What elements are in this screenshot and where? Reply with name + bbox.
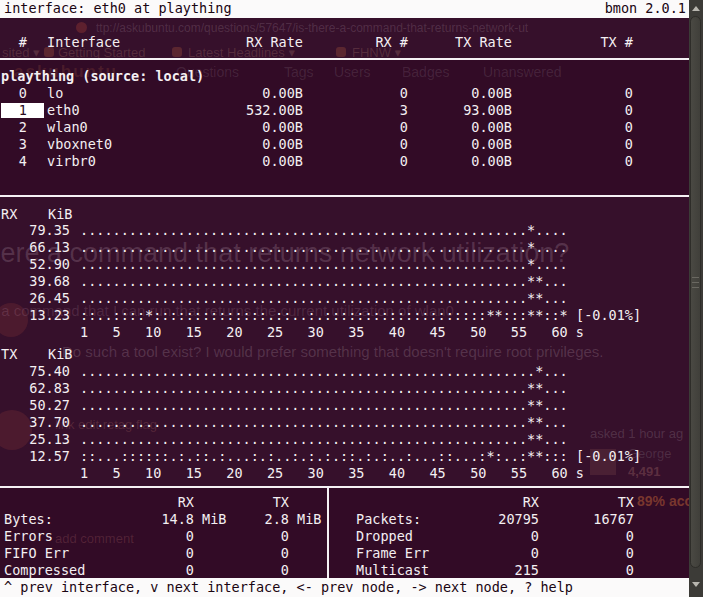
- scrollbar-down-arrow-icon[interactable]: [692, 582, 700, 587]
- bmon-terminal: ttp://askubuntu.com/questions/57647/is-t…: [0, 0, 703, 597]
- rx-ytick: 66.13: [0, 239, 70, 256]
- bleed-nav-unanswered: Unanswered: [483, 64, 562, 80]
- tx-graph-line: ........................................…: [80, 363, 568, 380]
- rx-graph-header: RX KiB: [0, 206, 689, 223]
- terminal-scrollbar[interactable]: [689, 0, 703, 597]
- tx-graph-row: 75.40...................................…: [0, 363, 689, 380]
- interface-row-lo: 0 lo 0.00B 0 0.00B 0: [0, 85, 689, 102]
- tx-ytick: 50.27: [0, 397, 70, 414]
- stats-header-row: RX TX RX TX: [0, 494, 689, 511]
- tx-graph-row: 62.83...................................…: [0, 380, 689, 397]
- interface-tx-num: 0: [0, 102, 633, 119]
- rx-ytick: 79.35: [0, 222, 70, 239]
- tx-direction-label: TX: [1, 346, 17, 363]
- separator-line: [0, 58, 689, 60]
- status-bar-help-text: ^ prev interface, v next interface, <- p…: [4, 579, 573, 596]
- tx-graph-line: ........................................…: [80, 414, 568, 431]
- rx-graph-line: ........................................…: [80, 239, 568, 256]
- stats-right-tx-header: TX: [0, 494, 634, 511]
- title-bar: interface: eth0 at plaything bmon 2.0.1: [0, 0, 689, 18]
- separator-line: [0, 195, 689, 197]
- rx-x-axis: 1 5 10 15 20 25 30 35 40 45 50 55 60 s: [80, 324, 584, 341]
- tx-ytick: 12.57: [0, 448, 70, 465]
- rx-ytick: 26.45: [0, 290, 70, 307]
- stat-tx-value: 0: [0, 528, 634, 545]
- tx-graph-row: 12.57::...::::::.:.::.:...:.:..:.:.:.::.…: [0, 448, 689, 465]
- tx-error-margin: [-0.01%]: [576, 448, 641, 465]
- col-header-tx-num: TX #: [0, 34, 633, 51]
- tx-graph-line: ........................................…: [80, 380, 568, 397]
- tx-graph-line: ........................................…: [80, 431, 568, 448]
- interface-row-wlan0: 2 wlan0 0.00B 0 0.00B 0: [0, 119, 689, 136]
- scrollbar-up-arrow-icon[interactable]: [692, 6, 700, 11]
- rx-graph-row: 79.35...................................…: [0, 222, 689, 239]
- rx-graph-row: 39.68...................................…: [0, 273, 689, 290]
- rx-graph-line: ::..::::*::::::::::::::.::..:.::::::::::…: [80, 307, 568, 324]
- interface-tx-num: 0: [0, 136, 633, 153]
- rx-graph-line: ........................................…: [80, 256, 568, 273]
- rx-graph-row: 66.13...................................…: [0, 239, 689, 256]
- tx-graph-row: 50.27...................................…: [0, 397, 689, 414]
- rx-graph-row: 52.90...................................…: [0, 256, 689, 273]
- tx-ytick: 62.83: [0, 380, 70, 397]
- tx-graph-row: 37.70...................................…: [0, 414, 689, 431]
- rx-ytick: 13.23: [0, 307, 70, 324]
- tx-unit-label: KiB: [48, 346, 72, 363]
- tx-graph-header: TX KiB: [0, 346, 689, 363]
- rx-ytick: 39.68: [0, 273, 70, 290]
- interface-tx-num: 0: [0, 153, 633, 170]
- rx-graph-row: 26.45...................................…: [0, 290, 689, 307]
- rx-direction-label: RX: [1, 206, 17, 223]
- stats-row-bytes-packets: Bytes: 14.8 MiB 2.8 MiB Packets: 20795 1…: [0, 511, 689, 528]
- interface-table-header: # Interface RX Rate RX # TX Rate TX #: [0, 34, 689, 51]
- interface-row-eth0-selected: 1 eth0 532.00B 3 93.00B 0: [0, 102, 689, 119]
- bleed-nav-badges: Badges: [402, 64, 449, 80]
- tx-graph-row: 25.13...................................…: [0, 431, 689, 448]
- scrollbar-thumb[interactable]: [690, 16, 701, 568]
- stats-row-errors-dropped: Errors 0 0 Dropped 0 0: [0, 528, 689, 545]
- node-group-header: plaything (source: local): [1, 68, 204, 85]
- bleed-nav-users: Users: [334, 64, 371, 80]
- separator-line: [0, 486, 689, 488]
- rx-graph-row: 13.23::..::::*::::::::::::::.::..:.:::::…: [0, 307, 689, 324]
- rx-graph-line: ........................................…: [80, 290, 568, 307]
- stats-row-compressed-multicast: Compressed 0 0 Multicast 215 0: [0, 562, 689, 579]
- bleed-nav-tags: Tags: [284, 64, 314, 80]
- interface-row-vboxnet0: 3 vboxnet0 0.00B 0 0.00B 0: [0, 136, 689, 153]
- tx-graph-line: ::...::::::.:.::.:...:.:..:.:.:.::.:.:..…: [80, 448, 568, 465]
- rx-ytick: 52.90: [0, 256, 70, 273]
- stat-tx-value: 16767: [0, 511, 634, 528]
- title-bar-version: bmon 2.0.1: [0, 0, 686, 17]
- interface-tx-num: 0: [0, 85, 633, 102]
- scrollbar-grip: [692, 287, 699, 288]
- scrollbar-grip: [692, 277, 699, 278]
- rx-unit-label: KiB: [48, 206, 72, 223]
- scrollbar-grip: [692, 282, 699, 283]
- interface-tx-num: 0: [0, 119, 633, 136]
- tx-graph-line: ........................................…: [80, 397, 568, 414]
- tx-x-axis: 1 5 10 15 20 25 30 35 40 45 50 55 60 s: [80, 465, 584, 482]
- status-bar: ^ prev interface, v next interface, <- p…: [0, 578, 689, 597]
- tx-ytick: 37.70: [0, 414, 70, 431]
- tx-ytick: 75.40: [0, 363, 70, 380]
- interface-row-virbr0: 4 virbr0 0.00B 0 0.00B 0: [0, 153, 689, 170]
- rx-graph-line: ........................................…: [80, 273, 568, 290]
- rx-error-margin: [-0.01%]: [576, 307, 641, 324]
- tx-ytick: 25.13: [0, 431, 70, 448]
- stat-tx-value: 0: [0, 545, 634, 562]
- stat-tx-value: 0: [0, 562, 634, 579]
- stats-row-fifo-frame: FIFO Err 0 0 Frame Err 0 0: [0, 545, 689, 562]
- rx-graph-line: ........................................…: [80, 222, 568, 239]
